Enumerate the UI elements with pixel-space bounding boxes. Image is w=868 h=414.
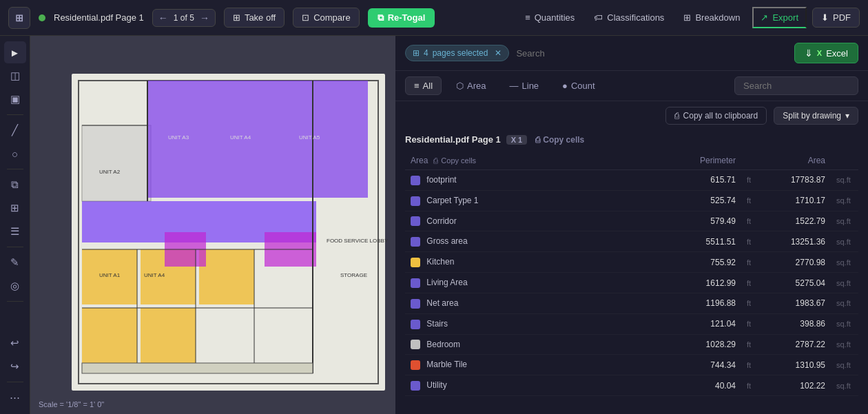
row-area-val: 13251.36 bbox=[762, 231, 831, 252]
line-tool[interactable]: ╱ bbox=[4, 119, 26, 141]
col-area-unit-header bbox=[831, 152, 858, 170]
retogal-icon: ⧉ bbox=[378, 12, 384, 23]
pdf-icon: ⬇ bbox=[821, 12, 829, 23]
row-area-unit: sq.ft bbox=[831, 231, 858, 252]
copy-cells-icon: ⎙ bbox=[535, 135, 540, 145]
select-tool[interactable]: ► bbox=[4, 41, 26, 63]
canvas-area[interactable]: UNIT A2 UNIT A3 UNIT A4 UNIT A5 UNIT A1 … bbox=[30, 36, 395, 414]
breakdown-icon: ⊞ bbox=[683, 12, 691, 23]
copy-tool[interactable]: ⊞ bbox=[4, 197, 26, 219]
row-perimeter: 744.34 bbox=[659, 355, 741, 375]
row-area-val: 5275.04 bbox=[762, 273, 831, 293]
svg-text:FOOD SERVICE LOBBY: FOOD SERVICE LOBBY bbox=[327, 238, 389, 244]
app-logo[interactable]: ⊞ bbox=[8, 7, 30, 29]
circle-tool[interactable]: ○ bbox=[4, 143, 26, 165]
svg-text:UNIT A1: UNIT A1 bbox=[99, 272, 121, 278]
copy-all-button[interactable]: ⎙ Copy all to clipboard bbox=[665, 107, 767, 125]
filter-tab-line[interactable]: — Line bbox=[501, 76, 548, 95]
area-filter-icon: ⬡ bbox=[456, 81, 464, 91]
layers-tool[interactable]: ⧉ bbox=[4, 174, 26, 196]
row-name: Net area bbox=[426, 298, 458, 308]
row-name: Stairs bbox=[426, 319, 448, 329]
row-perimeter: 579.49 bbox=[659, 211, 741, 231]
page-nav: ← 1 of 5 → bbox=[152, 9, 216, 27]
col-perimeter-header: Perimeter bbox=[659, 152, 741, 170]
pages-badge-close[interactable]: ✕ bbox=[495, 48, 502, 58]
filter-search-input[interactable] bbox=[734, 76, 858, 95]
copy-cells-header-button[interactable]: ⎙ Copy cells bbox=[535, 135, 584, 145]
line-filter-icon: — bbox=[510, 81, 519, 91]
takeoff-icon: ⊞ bbox=[233, 12, 240, 23]
search-row: ⊞ 4 pages selected ✕ ⇓ X Excel bbox=[395, 36, 868, 71]
row-perimeter-unit: ft bbox=[741, 170, 762, 191]
right-panel: ⊞ 4 pages selected ✕ ⇓ X Excel ≡ All ⬡ bbox=[395, 36, 868, 414]
filter-row: ≡ All ⬡ Area — Line ● Count bbox=[395, 71, 868, 101]
export-button[interactable]: ↗ Export bbox=[752, 7, 807, 28]
row-area-val: 2787.22 bbox=[762, 334, 831, 355]
svg-rect-8 bbox=[82, 308, 137, 363]
copy-icon: ⎙ bbox=[433, 156, 438, 165]
target-tool[interactable]: ◎ bbox=[4, 275, 26, 297]
row-area-unit: sq.ft bbox=[831, 313, 858, 334]
rectangle-tool[interactable]: ◫ bbox=[4, 65, 26, 87]
tool-divider-3 bbox=[7, 247, 23, 247]
svg-text:STORAGE: STORAGE bbox=[340, 272, 367, 278]
row-perimeter: 1612.99 bbox=[659, 273, 741, 293]
tool-divider-2 bbox=[7, 169, 23, 169]
excel-icon-logo: X bbox=[817, 49, 822, 57]
row-area-unit: sq.ft bbox=[831, 273, 858, 293]
table-row: Corridor 579.49 ft 1522.79 sq.ft bbox=[405, 211, 858, 231]
filter-tab-all[interactable]: ≡ All bbox=[405, 76, 442, 95]
prev-page-button[interactable]: ← bbox=[158, 12, 168, 23]
pages-label: pages selected bbox=[433, 48, 488, 58]
filter-tab-count[interactable]: ● Count bbox=[553, 76, 604, 95]
list-tool[interactable]: ☰ bbox=[4, 220, 26, 242]
drawing-header: Residential.pdf Page 1 X 1 ⎙ Copy cells bbox=[405, 130, 858, 149]
row-name: Kitchen bbox=[426, 257, 454, 267]
breakdown-button[interactable]: ⊞ Breakdown bbox=[676, 8, 747, 27]
excel-export-button[interactable]: ⇓ X Excel bbox=[794, 43, 858, 63]
undo-button[interactable]: ↩ bbox=[4, 332, 26, 354]
pdf-button[interactable]: ⬇ PDF bbox=[812, 8, 860, 28]
row-area-unit: sq.ft bbox=[831, 190, 858, 211]
split-dropdown[interactable]: Split by drawing ▾ bbox=[774, 107, 858, 125]
drawing-x-badge: X 1 bbox=[506, 135, 528, 145]
compare-button[interactable]: ⊡ Compare bbox=[293, 8, 359, 28]
data-table: Area ⎙ Copy cells Perimeter Area bbox=[405, 152, 858, 396]
row-perimeter-unit: ft bbox=[741, 293, 762, 313]
edit-tool[interactable]: ✎ bbox=[4, 251, 26, 273]
col-copy-cells-button[interactable]: ⎙ Copy cells bbox=[433, 156, 476, 165]
pages-selected-badge[interactable]: ⊞ 4 pages selected ✕ bbox=[405, 45, 509, 61]
table-row: Stairs 121.04 ft 398.86 sq.ft bbox=[405, 313, 858, 334]
all-icon: ≡ bbox=[414, 81, 420, 91]
row-perimeter-unit: ft bbox=[741, 334, 762, 355]
row-area-unit: sq.ft bbox=[831, 293, 858, 313]
redo-button[interactable]: ↪ bbox=[4, 355, 26, 377]
table-row: Utility 40.04 ft 102.22 sq.ft bbox=[405, 375, 858, 396]
retogal-button[interactable]: ⧉ Re-Togal bbox=[368, 8, 435, 28]
row-area-unit: sq.ft bbox=[831, 252, 858, 273]
take-off-button[interactable]: ⊞ Take off bbox=[224, 8, 285, 28]
row-perimeter-unit: ft bbox=[741, 231, 762, 252]
crop-tool[interactable]: ▣ bbox=[4, 88, 26, 110]
row-area-val: 1522.79 bbox=[762, 211, 831, 231]
classifications-button[interactable]: 🏷 Classifications bbox=[587, 8, 671, 27]
table-row: footprint 615.71 ft 17783.87 sq.ft bbox=[405, 170, 858, 191]
file-name: Residential.pdf Page 1 bbox=[54, 12, 144, 23]
row-area-unit: sq.ft bbox=[831, 355, 858, 375]
top-bar: ⊞ Residential.pdf Page 1 ← 1 of 5 → ⊞ Ta… bbox=[0, 0, 868, 36]
row-perimeter: 615.71 bbox=[659, 170, 741, 191]
svg-text:UNIT A2: UNIT A2 bbox=[99, 169, 121, 175]
more-tools-button[interactable]: ⋯ bbox=[4, 386, 26, 408]
quantities-button[interactable]: ≡ Quantities bbox=[518, 8, 581, 27]
row-area-val: 2770.98 bbox=[762, 252, 831, 273]
row-area-val: 17783.87 bbox=[762, 170, 831, 191]
row-perimeter: 5511.51 bbox=[659, 231, 741, 252]
search-input[interactable] bbox=[516, 45, 787, 61]
row-area-unit: sq.ft bbox=[831, 375, 858, 396]
row-perimeter-unit: ft bbox=[741, 313, 762, 334]
filter-tab-area[interactable]: ⬡ Area bbox=[447, 76, 495, 95]
svg-rect-4 bbox=[82, 125, 151, 201]
row-area-unit: sq.ft bbox=[831, 170, 858, 191]
next-page-button[interactable]: → bbox=[200, 12, 209, 23]
